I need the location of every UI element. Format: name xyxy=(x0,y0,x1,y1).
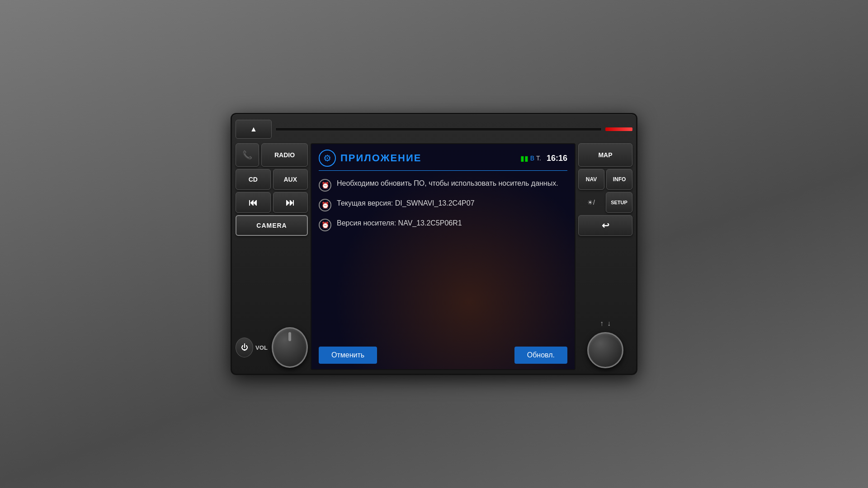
dashboard-background: ▲ 📞 RADIO CD xyxy=(0,0,868,488)
right-knob[interactable] xyxy=(587,332,623,368)
prev-icon: ⏮ xyxy=(249,197,258,208)
nav-button[interactable]: NAV xyxy=(578,169,604,190)
next-icon: ⏭ xyxy=(286,197,295,208)
message-item-3: Версия носителя: NAV_13.2C5P06R1 xyxy=(319,218,567,231)
info-button[interactable]: INFO xyxy=(606,169,632,190)
back-button[interactable]: ↩ xyxy=(578,215,632,236)
prev-next-row: ⏮ ⏭ xyxy=(236,192,308,213)
left-control-panel: 📞 RADIO CD AUX ⏮ xyxy=(236,143,308,370)
aux-label: AUX xyxy=(283,176,297,183)
radio-button[interactable]: RADIO xyxy=(261,143,308,167)
setup-button[interactable]: SETUP xyxy=(606,192,632,213)
nav-info-row: NAV INFO xyxy=(578,169,632,190)
message-text-2: Текущая версия: DI_SWNAVI_13.2C4P07 xyxy=(337,198,475,209)
message-text-1: Необходимо обновить ПО, чтобы использова… xyxy=(337,178,558,189)
map-label: MAP xyxy=(598,151,612,159)
small-icons-row: ↑ ↓ xyxy=(600,319,611,328)
clock-icon-2 xyxy=(319,199,331,211)
eject-button[interactable]: ▲ xyxy=(236,120,272,139)
phone-button[interactable]: 📞 xyxy=(236,143,259,167)
info-label: INFO xyxy=(613,176,626,183)
action-row: Отменить Обновл. xyxy=(319,343,567,364)
prev-button[interactable]: ⏮ xyxy=(236,192,271,213)
scroll-up-icon: ↑ xyxy=(600,319,604,328)
clock-icon-3 xyxy=(319,219,331,231)
brightness-setup-row: ☀/ SETUP xyxy=(578,192,632,213)
cd-aux-row: CD AUX xyxy=(236,169,308,190)
scroll-down-icon: ↓ xyxy=(607,319,611,328)
screen: ⚙ ПРИЛОЖЕНИЕ ▮▮ Β T. 16:16 xyxy=(311,143,576,370)
aux-button[interactable]: AUX xyxy=(273,169,308,190)
red-indicator xyxy=(605,127,632,131)
radio-label: RADIO xyxy=(274,151,295,159)
cd-slot xyxy=(275,127,602,131)
map-button[interactable]: MAP xyxy=(578,143,632,167)
update-button[interactable]: Обновл. xyxy=(514,347,567,364)
camera-button[interactable]: CAMERA xyxy=(236,215,308,236)
signal-icon: T. xyxy=(536,155,541,162)
screen-header: ⚙ ПРИЛОЖЕНИЕ ▮▮ Β T. 16:16 xyxy=(319,150,567,171)
cd-label: CD xyxy=(249,176,258,183)
message-item-1: Необходимо обновить ПО, чтобы использова… xyxy=(319,178,567,192)
head-unit: ▲ 📞 RADIO CD xyxy=(231,113,637,375)
message-item-2: Текущая версия: DI_SWNAVI_13.2C4P07 xyxy=(319,198,567,211)
power-vol-row: ⏻ VOL xyxy=(236,325,308,370)
next-button[interactable]: ⏭ xyxy=(273,192,308,213)
right-knob-area: ↑ ↓ xyxy=(578,238,632,370)
phone-radio-row: 📞 RADIO xyxy=(236,143,308,167)
camera-label: CAMERA xyxy=(256,222,287,229)
phone-icon: 📞 xyxy=(242,150,252,160)
eject-icon: ▲ xyxy=(250,125,257,133)
back-icon: ↩ xyxy=(602,220,609,231)
clock: 16:16 xyxy=(547,154,567,163)
main-area: 📞 RADIO CD AUX ⏮ xyxy=(236,143,632,370)
setup-label: SETUP xyxy=(611,200,627,205)
status-icons: ▮▮ Β T. 16:16 xyxy=(520,154,567,163)
clock-icon-1 xyxy=(319,179,331,192)
top-strip: ▲ xyxy=(236,118,632,141)
nav-label: NAV xyxy=(586,176,597,183)
volume-knob[interactable] xyxy=(272,327,308,368)
gear-icon: ⚙ xyxy=(319,150,336,167)
gear-symbol: ⚙ xyxy=(323,153,331,164)
cancel-button[interactable]: Отменить xyxy=(319,347,377,364)
vol-label: VOL xyxy=(255,344,269,351)
power-button[interactable]: ⏻ xyxy=(236,338,253,357)
screen-title: ПРИЛОЖЕНИЕ xyxy=(340,152,520,164)
message-list: Необходимо обновить ПО, чтобы использова… xyxy=(319,176,567,338)
screen-content: ⚙ ПРИЛОЖЕНИЕ ▮▮ Β T. 16:16 xyxy=(311,144,575,369)
message-text-3: Версия носителя: NAV_13.2C5P06R1 xyxy=(337,218,462,229)
brightness-icon: ☀/ xyxy=(578,199,604,206)
right-control-panel: MAP NAV INFO ☀/ SETUP xyxy=(578,143,632,370)
bluetooth-icon: Β xyxy=(530,155,534,162)
power-icon: ⏻ xyxy=(241,343,248,352)
cd-button[interactable]: CD xyxy=(236,169,271,190)
battery-icon: ▮▮ xyxy=(520,154,528,163)
